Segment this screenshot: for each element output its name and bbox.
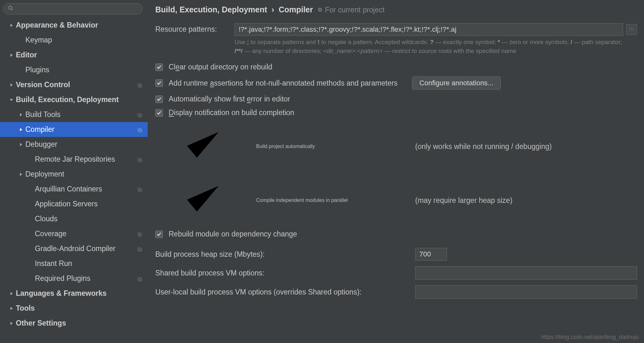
sidebar-item-label: Build Tools: [25, 110, 134, 119]
resource-patterns-expand-button[interactable]: [626, 24, 637, 35]
field-shared-vm-input[interactable]: [415, 266, 637, 280]
field-user-vm-input[interactable]: [415, 285, 637, 299]
sidebar-item-gradle-android-compiler[interactable]: Gradle-Android Compiler: [0, 241, 148, 256]
sidebar-item-debugger[interactable]: Debugger: [0, 137, 148, 152]
checkbox-icon: [155, 176, 250, 225]
check-build-auto-label: Build project automatically: [256, 144, 315, 149]
check-clear-output-label: Clear output directory on rebuild: [169, 63, 272, 71]
sidebar-item-tools[interactable]: Tools: [0, 301, 148, 316]
checkbox-icon: [155, 122, 250, 171]
field-heap-label: Build process heap size (Mbytes):: [155, 250, 415, 259]
check-compile-parallel-extra: (may require larger heap size): [415, 196, 512, 205]
sidebar-item-label: Remote Jar Repositories: [35, 155, 134, 164]
sidebar-item-label: Gradle-Android Compiler: [35, 244, 134, 253]
settings-main: Build, Execution, Deployment › Compiler …: [148, 0, 644, 343]
check-show-first-error[interactable]: Automatically show first error in editor: [155, 95, 637, 103]
settings-tree: Appearance & BehaviorKeymapEditorPlugins…: [0, 18, 148, 343]
sidebar-item-appearance-behavior[interactable]: Appearance & Behavior: [0, 18, 148, 33]
sidebar-item-compiler[interactable]: Compiler: [0, 122, 148, 137]
field-shared-vm-row: Shared build process VM options:: [155, 266, 637, 280]
check-display-notification-label: Display notification on build completion: [169, 108, 294, 117]
sidebar-item-remote-jar-repositories[interactable]: Remote Jar Repositories: [0, 152, 148, 167]
sidebar-item-label: Editor: [16, 51, 143, 59]
check-display-notification[interactable]: Display notification on build completion: [155, 108, 637, 117]
sidebar-item-other-settings[interactable]: Other Settings: [0, 316, 148, 331]
chevron-right-icon: [7, 307, 16, 310]
sidebar-item-arquillian-containers[interactable]: Arquillian Containers: [0, 182, 148, 197]
breadcrumb-part-1: Build, Execution, Deployment: [155, 5, 267, 14]
check-build-auto-row: Build project automatically (only works …: [155, 122, 637, 171]
sidebar-item-label: Plugins: [25, 66, 143, 74]
per-project-icon: [137, 246, 143, 252]
chevron-right-icon: [7, 292, 16, 295]
chevron-right-icon: [7, 83, 16, 87]
expand-icon: [629, 26, 634, 33]
breadcrumb: Build, Execution, Deployment › Compiler …: [155, 5, 637, 14]
resource-patterns-field-wrap: Use ; to separate patterns and ! to nega…: [235, 23, 637, 55]
sidebar-item-label: Appearance & Behavior: [16, 21, 143, 29]
per-project-icon: [137, 82, 143, 88]
check-rebuild-dep[interactable]: Rebuild module on dependency change: [155, 230, 637, 238]
sidebar-item-label: Keymap: [25, 36, 143, 44]
breadcrumb-project-scope: For current project: [318, 6, 385, 14]
settings-sidebar: Appearance & BehaviorKeymapEditorPlugins…: [0, 0, 148, 343]
sidebar-item-build-execution-deployment[interactable]: Build, Execution, Deployment: [0, 92, 148, 107]
sidebar-item-label: Languages & Frameworks: [16, 289, 143, 298]
sidebar-item-application-servers[interactable]: Application Servers: [0, 197, 148, 211]
checkbox-icon: [155, 230, 163, 238]
sidebar-item-label: Required Plugins: [35, 274, 134, 283]
sidebar-item-label: Build, Execution, Deployment: [16, 95, 143, 104]
sidebar-item-deployment[interactable]: Deployment: [0, 167, 148, 182]
sidebar-item-label: Clouds: [35, 215, 143, 223]
sidebar-item-clouds[interactable]: Clouds: [0, 211, 148, 226]
resource-patterns-hint: Use ; to separate patterns and ! to nega…: [235, 38, 628, 55]
check-compile-parallel[interactable]: Compile independent modules in parallel: [155, 176, 415, 225]
sidebar-item-keymap[interactable]: Keymap: [0, 33, 148, 48]
check-build-auto-extra: (only works while not running / debuggin…: [415, 142, 552, 151]
sidebar-search-input[interactable]: [16, 5, 138, 13]
sidebar-item-label: Debugger: [25, 140, 143, 149]
check-clear-output[interactable]: Clear output directory on rebuild: [155, 63, 637, 71]
chevron-right-icon: [16, 172, 25, 176]
field-heap-input[interactable]: [415, 248, 447, 261]
per-project-icon: [137, 112, 143, 118]
field-heap-row: Build process heap size (Mbytes):: [155, 248, 637, 261]
per-project-icon: [137, 231, 143, 237]
breadcrumb-project-scope-label: For current project: [325, 6, 385, 14]
project-scope-icon: [318, 6, 323, 14]
sidebar-item-editor[interactable]: Editor: [0, 48, 148, 62]
chevron-right-icon: [7, 321, 16, 325]
fields-group: Build process heap size (Mbytes): Shared…: [155, 248, 637, 299]
sidebar-item-plugins[interactable]: Plugins: [0, 62, 148, 77]
check-assertions-row: Add runtime assertions for not-null-anno…: [155, 76, 637, 90]
check-assertions[interactable]: Add runtime assertions for not-null-anno…: [155, 79, 397, 87]
per-project-icon: [137, 156, 143, 163]
sidebar-item-build-tools[interactable]: Build Tools: [0, 107, 148, 122]
check-build-auto[interactable]: Build project automatically: [155, 122, 415, 171]
per-project-icon: [137, 275, 143, 282]
check-compile-parallel-row: Compile independent modules in parallel …: [155, 176, 637, 225]
resource-patterns-row: Resource patterns: Use ; to separate pat…: [155, 23, 637, 55]
check-show-first-error-label: Automatically show first error in editor: [169, 95, 290, 103]
check-rebuild-dep-label: Rebuild module on dependency change: [169, 230, 297, 238]
search-icon: [8, 5, 14, 12]
check-compile-parallel-label: Compile independent modules in parallel: [256, 197, 348, 203]
checkbox-icon: [155, 95, 163, 103]
sidebar-item-languages-frameworks[interactable]: Languages & Frameworks: [0, 286, 148, 301]
resource-patterns-input[interactable]: [235, 23, 623, 36]
sidebar-item-coverage[interactable]: Coverage: [0, 226, 148, 241]
breadcrumb-sep: ›: [272, 5, 274, 14]
sidebar-item-instant-run[interactable]: Instant Run: [0, 256, 148, 271]
checkbox-icon: [155, 63, 163, 71]
field-user-vm-row: User-local build process VM options (ove…: [155, 285, 637, 299]
breadcrumb-part-2: Compiler: [279, 5, 313, 14]
sidebar-item-required-plugins[interactable]: Required Plugins: [0, 271, 148, 286]
chevron-down-icon: [7, 98, 16, 102]
configure-annotations-button[interactable]: Configure annotations...: [412, 76, 501, 90]
sidebar-item-version-control[interactable]: Version Control: [0, 77, 148, 92]
sidebar-search[interactable]: [3, 3, 143, 15]
sidebar-item-label: Other Settings: [16, 319, 143, 327]
checkbox-icon: [155, 79, 163, 87]
chevron-right-icon: [16, 143, 25, 146]
resource-patterns-input-wrap: [235, 23, 637, 36]
